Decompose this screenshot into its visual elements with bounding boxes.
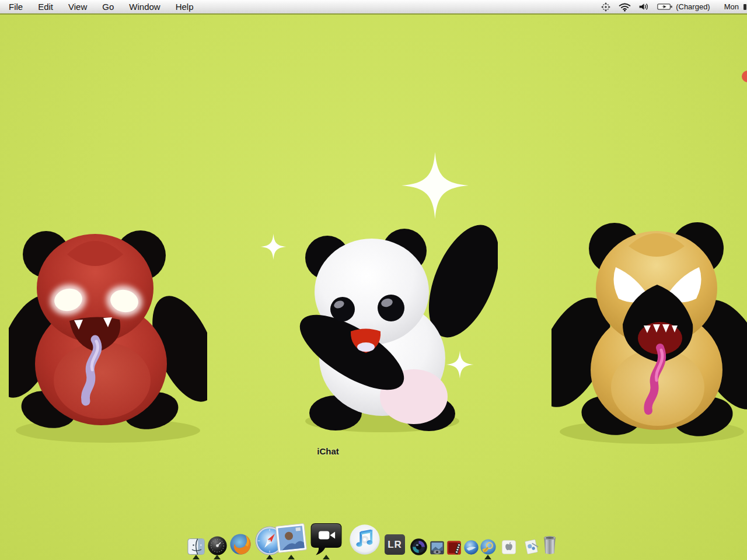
dock: iChat xyxy=(0,496,747,560)
apple-logo-box-icon xyxy=(501,539,517,555)
photo-booth-icon xyxy=(429,540,445,556)
magnifier-globe-icon xyxy=(480,538,497,555)
dock-item-iphoto[interactable] xyxy=(274,523,308,554)
clipped-red-desktop-object xyxy=(742,71,747,82)
ichat-icon xyxy=(310,522,342,557)
aperture-lens-icon xyxy=(410,538,428,556)
menu-clock[interactable]: Mon xyxy=(724,2,739,11)
dock-item-photo-booth[interactable] xyxy=(429,540,445,556)
dashboard-icon xyxy=(207,536,228,556)
running-indicator-iphoto xyxy=(288,555,295,559)
desktop-wallpaper[interactable] xyxy=(0,15,747,560)
dock-item-ichat[interactable] xyxy=(310,522,342,557)
movie-app-icon xyxy=(446,540,462,556)
menu-items: File Edit View Go Window Help xyxy=(0,0,209,13)
dock-item-aperture[interactable] xyxy=(410,538,428,556)
wifi-icon[interactable] xyxy=(619,2,631,12)
menu-item-help[interactable]: Help xyxy=(176,0,194,13)
four-way-arrows-icon[interactable] xyxy=(601,2,611,12)
clipped-clock-character xyxy=(743,4,746,10)
dock-item-lightroom[interactable]: LR xyxy=(385,534,405,555)
desktop-screen: File Edit View Go Window Help xyxy=(0,0,747,560)
menu-item-go[interactable]: Go xyxy=(102,0,114,13)
itunes-icon xyxy=(348,523,381,556)
trash-icon xyxy=(542,535,558,555)
red-devil-panda xyxy=(9,223,207,447)
running-indicator-ichat xyxy=(323,555,330,559)
dock-item-movie-app[interactable] xyxy=(446,540,462,556)
installer-doc-icon xyxy=(523,538,540,555)
iphoto-icon xyxy=(274,523,308,554)
menu-item-window[interactable]: Window xyxy=(129,0,160,13)
small-sparkle-left xyxy=(260,232,287,262)
white-waving-panda xyxy=(294,223,498,436)
dock-item-sherlock[interactable] xyxy=(480,538,497,555)
finder-icon xyxy=(187,537,205,556)
dock-hover-label: iChat xyxy=(306,446,350,456)
dock-item-finder[interactable] xyxy=(187,537,205,556)
dock-item-trash[interactable] xyxy=(542,535,558,555)
dock-item-blue-globe-app[interactable] xyxy=(463,540,479,555)
gold-angry-panda xyxy=(551,217,747,447)
battery-icon[interactable] xyxy=(657,3,673,10)
firefox-icon xyxy=(229,533,252,556)
large-sparkle xyxy=(402,148,469,223)
dock-item-installer-doc[interactable] xyxy=(523,538,540,555)
running-indicator-dashboard xyxy=(214,555,221,559)
menu-bar: File Edit View Go Window Help xyxy=(0,0,747,15)
dock-item-itunes[interactable] xyxy=(348,523,381,556)
menu-status-cluster: (Charged) Mon xyxy=(601,0,747,13)
running-indicator-finder xyxy=(193,555,200,559)
dock-item-apple-software[interactable] xyxy=(501,539,517,555)
battery-status-label[interactable]: (Charged) xyxy=(676,2,710,11)
menu-item-file[interactable]: File xyxy=(9,0,23,13)
running-indicator-sherlock xyxy=(484,555,491,559)
dock-item-firefox[interactable] xyxy=(229,533,252,556)
menu-item-edit[interactable]: Edit xyxy=(38,0,53,13)
volume-icon[interactable] xyxy=(638,2,650,11)
dock-item-dashboard[interactable] xyxy=(207,536,228,556)
blue-globe-icon xyxy=(463,540,479,555)
lightroom-badge: LR xyxy=(388,539,402,551)
menu-item-view[interactable]: View xyxy=(68,0,87,13)
running-indicator-safari xyxy=(266,555,273,559)
